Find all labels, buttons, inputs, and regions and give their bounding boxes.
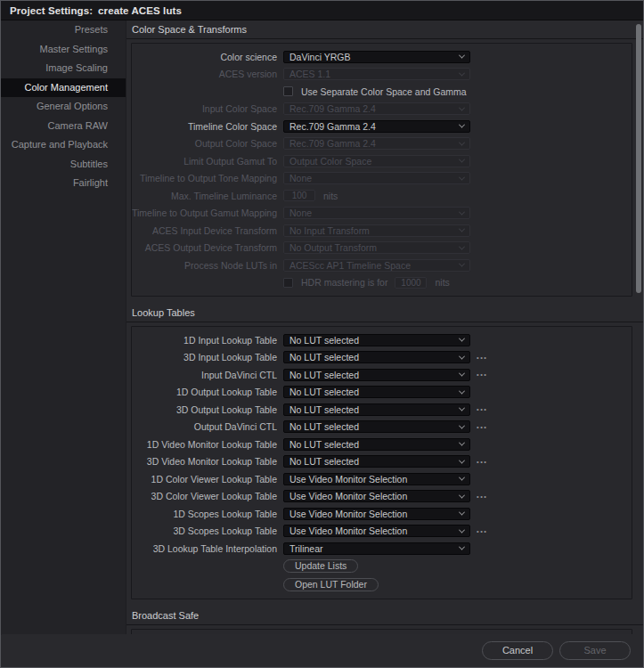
sidebar-item-fairlight[interactable]: Fairlight xyxy=(1,174,126,193)
options-menu-button[interactable]: ••• xyxy=(477,493,487,501)
dropdown-value: Rec.709 Gamma 2.4 xyxy=(289,138,456,149)
3d-input-lookup-table-label: 3D Input Lookup Table xyxy=(132,352,277,363)
footer-bar: Cancel Save xyxy=(2,634,642,666)
input-color-space-dropdown: Rec.709 Gamma 2.4 xyxy=(283,102,470,115)
dropdown-value: No LUT selected xyxy=(289,404,456,415)
dropdown-value: No LUT selected xyxy=(289,456,456,467)
1d-video-monitor-lookup-table-dropdown[interactable]: No LUT selected xyxy=(283,438,470,451)
save-button[interactable]: Save xyxy=(559,641,631,660)
chevron-down-icon xyxy=(459,526,465,533)
timeline-to-output-tone-mapping-label: Timeline to Output Tone Mapping xyxy=(132,173,277,183)
section-header-broadcast-safe: Broadcast Safe xyxy=(126,607,643,625)
section-box-lookup-tables: 1D Input Lookup TableNo LUT selected3D I… xyxy=(131,326,632,599)
chevron-down-icon xyxy=(459,387,465,394)
options-menu-button[interactable]: ••• xyxy=(477,406,487,413)
settings-row: Open LUT Folder xyxy=(132,575,632,594)
3d-video-monitor-lookup-table-label: 3D Video Monitor Lookup Table xyxy=(132,456,277,467)
timeline-to-output-tone-mapping-dropdown: None xyxy=(283,172,470,184)
aces-version-dropdown: ACES 1.1 xyxy=(283,68,470,80)
options-menu-button[interactable]: ••• xyxy=(477,371,487,379)
3d-color-viewer-lookup-table-dropdown[interactable]: Use Video Monitor Selection xyxy=(283,490,470,502)
chevron-down-icon xyxy=(459,405,465,411)
chevron-down-icon xyxy=(459,371,465,377)
use-separate-color-space-and-gamma-checkbox[interactable] xyxy=(283,86,293,96)
vertical-scrollbar[interactable] xyxy=(636,24,641,293)
settings-row: ACES Output Device TransformNo Output Tr… xyxy=(132,240,632,257)
1d-output-lookup-table-dropdown[interactable]: No LUT selected xyxy=(283,386,470,398)
sidebar-item-subtitles[interactable]: Subtitles xyxy=(1,155,126,175)
settings-row: Input Color SpaceRec.709 Gamma 2.4 xyxy=(132,101,632,118)
sidebar-item-capture-and-playback[interactable]: Capture and Playback xyxy=(1,135,126,155)
1d-video-monitor-lookup-table-label: 1D Video Monitor Lookup Table xyxy=(132,439,277,450)
3d-lookup-table-interpolation-dropdown[interactable]: Trilinear xyxy=(283,542,470,555)
1d-color-viewer-lookup-table-label: 1D Color Viewer Lookup Table xyxy=(132,474,277,485)
chevron-down-icon xyxy=(459,157,465,163)
timeline-to-output-gamut-mapping-dropdown: None xyxy=(283,207,470,219)
settings-row: Update Lists xyxy=(132,558,632,576)
settings-row: 3D Color Viewer Lookup TableUse Video Mo… xyxy=(132,488,632,506)
open-lut-folder-button[interactable]: Open LUT Folder xyxy=(283,578,379,591)
3d-output-lookup-table-dropdown[interactable]: No LUT selected xyxy=(283,403,470,416)
chevron-down-icon xyxy=(459,139,465,145)
color-science-dropdown[interactable]: DaVinci YRGB xyxy=(283,51,470,63)
dropdown-value: No LUT selected xyxy=(289,421,456,432)
output-color-space-label: Output Color Space xyxy=(132,138,277,149)
update-lists-button[interactable]: Update Lists xyxy=(283,559,358,573)
settings-row: 3D Scopes Lookup TableUse Video Monitor … xyxy=(132,523,632,541)
3d-input-lookup-table-dropdown[interactable]: No LUT selected xyxy=(283,351,470,363)
1d-color-viewer-lookup-table-dropdown[interactable]: Use Video Monitor Selection xyxy=(283,473,470,485)
dropdown-value: Use Video Monitor Selection xyxy=(289,491,456,501)
process-node-luts-in-dropdown: ACEScc AP1 Timeline Space xyxy=(283,259,470,272)
sidebar-item-color-management[interactable]: Color Management xyxy=(1,78,126,98)
sidebar-item-presets[interactable]: Presets xyxy=(1,20,126,40)
settings-row: 1D Output Lookup TableNo LUT selected xyxy=(132,384,632,402)
dropdown-value: None xyxy=(289,208,456,218)
input-davinci-ctl-dropdown[interactable]: No LUT selected xyxy=(283,369,470,381)
options-menu-button[interactable]: ••• xyxy=(477,424,487,431)
chevron-down-icon xyxy=(459,422,465,428)
sidebar-item-master-settings[interactable]: Master Settings xyxy=(1,40,126,60)
dropdown-value: Output Color Space xyxy=(289,156,456,167)
cancel-button[interactable]: Cancel xyxy=(482,641,553,660)
3d-video-monitor-lookup-table-dropdown[interactable]: No LUT selected xyxy=(283,455,470,468)
timeline-color-space-dropdown[interactable]: Rec.709 Gamma 2.4 xyxy=(283,120,470,133)
limit-output-gamut-to-label: Limit Output Gamut To xyxy=(132,156,277,167)
settings-row: Timeline to Output Gamut MappingNone xyxy=(132,205,632,223)
settings-row: 1D Color Viewer Lookup TableUse Video Mo… xyxy=(132,470,632,488)
dropdown-value: No Input Transform xyxy=(289,225,456,236)
sidebar-item-camera-raw[interactable]: Camera RAW xyxy=(1,117,126,136)
titlebar: Project Settings: create ACES luts xyxy=(1,1,643,20)
aces-input-device-transform-dropdown: No Input Transform xyxy=(283,224,470,237)
options-menu-button[interactable]: ••• xyxy=(477,459,487,466)
dialog-body: PresetsMaster SettingsImage ScalingColor… xyxy=(1,20,643,635)
settings-row: Output Color SpaceRec.709 Gamma 2.4 xyxy=(132,135,632,153)
3d-scopes-lookup-table-dropdown[interactable]: Use Video Monitor Selection xyxy=(283,525,470,537)
settings-row: 1D Input Lookup TableNo LUT selected xyxy=(132,331,632,349)
max-timeline-luminance-value-field: 100 xyxy=(283,190,315,201)
1d-input-lookup-table-label: 1D Input Lookup Table xyxy=(132,335,277,346)
sidebar-item-general-options[interactable]: General Options xyxy=(1,97,126,117)
settings-row: 1D Scopes Lookup TableUse Video Monitor … xyxy=(132,505,632,523)
chevron-down-icon xyxy=(459,336,465,342)
sidebar-item-image-scaling[interactable]: Image Scaling xyxy=(1,59,126,78)
1d-input-lookup-table-dropdown[interactable]: No LUT selected xyxy=(283,334,470,346)
limit-output-gamut-to-dropdown: Output Color Space xyxy=(283,155,470,167)
chevron-down-icon xyxy=(459,475,465,481)
settings-row: Use Separate Color Space and Gamma xyxy=(132,83,632,101)
1d-scopes-lookup-table-label: 1D Scopes Lookup Table xyxy=(132,509,277,519)
options-menu-button[interactable]: ••• xyxy=(477,528,487,535)
chevron-down-icon xyxy=(459,69,465,76)
dropdown-value: None xyxy=(289,173,456,183)
dropdown-value: No Output Transform xyxy=(289,242,456,253)
dropdown-value: ACES 1.1 xyxy=(289,69,456,79)
dropdown-value: Use Video Monitor Selection xyxy=(289,474,456,485)
options-menu-button[interactable]: ••• xyxy=(477,354,487,362)
dropdown-value: No LUT selected xyxy=(289,352,456,363)
project-name: create ACES luts xyxy=(98,5,182,16)
aces-version-label: ACES version xyxy=(132,69,277,79)
settings-row: HDR mastering is for1000nits xyxy=(132,274,632,292)
1d-scopes-lookup-table-dropdown[interactable]: Use Video Monitor Selection xyxy=(283,508,470,520)
3d-lookup-table-interpolation-label: 3D Lookup Table Interpolation xyxy=(132,543,277,554)
output-davinci-ctl-dropdown[interactable]: No LUT selected xyxy=(283,420,470,433)
chevron-down-icon xyxy=(459,261,465,267)
